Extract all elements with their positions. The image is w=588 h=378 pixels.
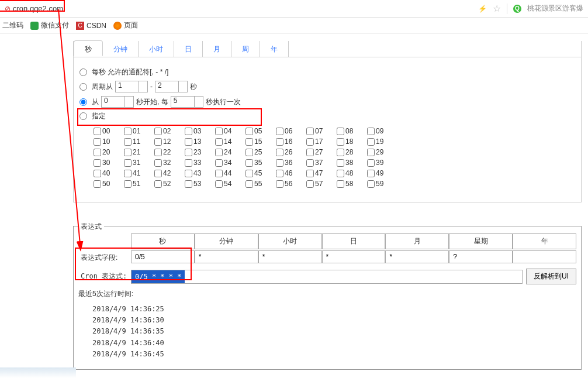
news-text[interactable]: 桃花源景区游客爆 <box>527 4 583 13</box>
qihoo-icon[interactable]: Q <box>513 5 521 13</box>
shield-icon: ⊘ <box>5 5 11 13</box>
bookmark-csdn[interactable]: CCSDN <box>76 22 106 30</box>
csdn-icon: C <box>76 22 84 30</box>
bookmark-wechat-pay[interactable]: 微信支付 <box>30 20 69 30</box>
url-text[interactable]: cron.qqe2.com <box>13 4 63 13</box>
browser-address-bar: ⊘ cron.qqe2.com ⚡ ☆ Q 桃花源景区游客爆 <box>0 0 588 18</box>
firefox-icon <box>113 22 122 30</box>
bookmark-star-icon[interactable]: ☆ <box>493 3 501 14</box>
separator <box>507 4 507 14</box>
bookmark-qrcode[interactable]: 二维码 <box>2 20 23 30</box>
wechat-icon <box>30 22 39 30</box>
bookmark-page[interactable]: 页面 <box>113 20 138 30</box>
lightning-icon[interactable]: ⚡ <box>478 5 487 13</box>
bookmark-bar: 二维码 微信支付 CCSDN 页面 <box>0 18 588 34</box>
